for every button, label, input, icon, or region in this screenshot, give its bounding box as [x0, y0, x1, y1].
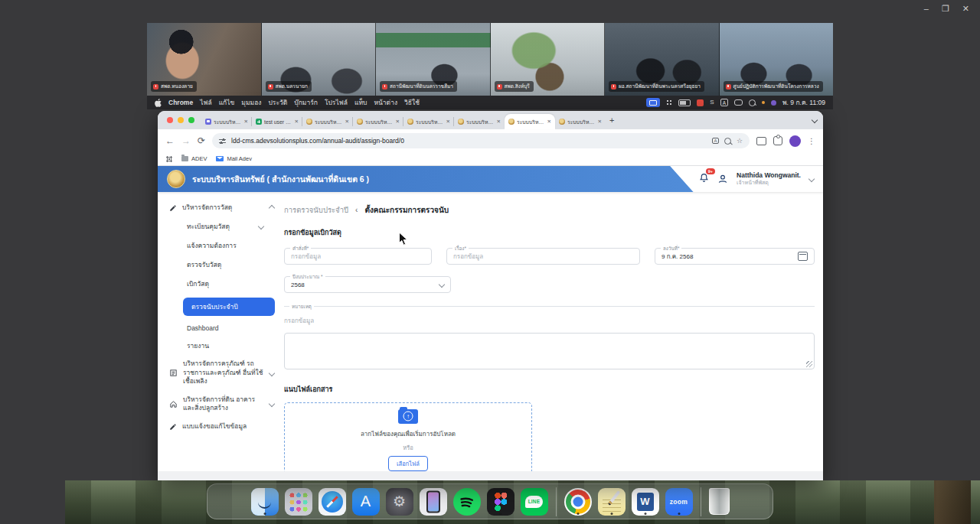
tab-close-icon[interactable]: ✕ [446, 119, 450, 125]
minimize-icon[interactable]: – [924, 4, 929, 14]
tab-close-icon[interactable]: ✕ [497, 119, 501, 125]
participant-video[interactable]: สถานีพัฒนาที่ดินนครราชสีมา [376, 23, 491, 96]
new-tab-button[interactable]: + [609, 116, 614, 125]
site-settings-icon[interactable] [219, 138, 226, 145]
mac-close-button[interactable] [167, 117, 173, 123]
menu-edit[interactable]: แก้ไข [219, 97, 235, 108]
reload-button[interactable]: ⟳ [198, 136, 205, 145]
menu-tab[interactable]: แท็บ [354, 97, 367, 108]
tab-close-icon[interactable]: ✕ [244, 119, 248, 125]
install-app-icon[interactable] [756, 137, 766, 145]
notifications-button[interactable]: 9+ [699, 172, 709, 186]
profile-avatar[interactable] [789, 135, 801, 147]
system-settings-icon[interactable] [386, 488, 413, 516]
menu-window[interactable]: หน้าต่าง [374, 97, 397, 108]
spotify-icon[interactable] [453, 488, 481, 516]
url-text[interactable]: ldd-cms.adevsolutionsplus.com/annual-aud… [231, 137, 707, 145]
order-no-field[interactable]: คำสั่งที่* กรอกข้อมูล [284, 248, 432, 265]
tab-close-icon[interactable]: ✕ [547, 119, 551, 125]
tray-s-icon[interactable]: S [710, 99, 714, 106]
participant-video[interactable]: ผอ.สถานีพัฒนาที่ดินพระนครศรีอยุธยา [605, 23, 720, 96]
note-field[interactable]: หมายเหตุ กรอกข้อมูล [284, 306, 815, 326]
breadcrumb-parent[interactable]: การตรวจนับประจำปี [284, 204, 348, 216]
sidebar-item-withdraw[interactable]: เบิกวัสดุ [169, 278, 274, 289]
participant-video[interactable]: สพด.นครนายก [262, 23, 377, 96]
user-icon[interactable] [717, 174, 728, 184]
user-menu[interactable]: Natthida Wongwanit. เจ้าหน้าที่พัสดุ [737, 171, 801, 186]
bookmark-mail-adev[interactable]: Mail Adev [216, 155, 252, 162]
menu-bookmarks[interactable]: บุ๊กมาร์ก [294, 97, 318, 108]
browser-tab[interactable]: ระบบบริหารสินทรัพย์ ✕ [353, 114, 403, 129]
apps-grid-icon[interactable] [166, 156, 172, 162]
chevron-down-icon[interactable] [808, 176, 815, 182]
file-dropzone[interactable]: ลากไฟล์ของคุณเพื่อเริ่มการอัปโหลด หรือ เ… [284, 402, 532, 477]
battery-icon[interactable] [678, 99, 691, 106]
resize-grip[interactable] [806, 361, 812, 367]
sidebar-item-data-correction[interactable]: แบบแจ้งขอแก้ไขข้อมูล [169, 422, 274, 431]
word-icon[interactable]: W [632, 488, 659, 516]
safari-icon[interactable] [318, 488, 346, 516]
fiscal-year-select[interactable]: ปีงบประมาณ * 2568 [284, 276, 451, 293]
browser-tab[interactable]: ระบบบริหารสินทรัพย์ ✕ [403, 114, 454, 129]
menu-view[interactable]: มุมมอง [241, 97, 261, 108]
date-field[interactable]: ลงวันที่* 9 ก.ค. 2568 [655, 248, 815, 265]
restore-icon[interactable]: ❐ [942, 4, 949, 14]
figma-icon[interactable] [487, 488, 514, 516]
mac-minimize-button[interactable] [178, 117, 184, 123]
subject-field[interactable]: เรื่อง* กรอกข้อมูล [446, 248, 640, 265]
sidebar-item-annual-audit-active[interactable]: ตรวจนับประจำปี [183, 298, 275, 316]
launchpad-icon[interactable] [285, 488, 312, 516]
translate-icon[interactable]: A [712, 138, 719, 144]
tray-orange-dot-icon[interactable] [762, 101, 765, 104]
back-button[interactable]: ← [165, 136, 175, 145]
tray-purple-dot-icon[interactable] [771, 100, 776, 106]
finder-icon[interactable] [251, 488, 279, 516]
browser-tab-active[interactable]: ระบบบริหารสินทรัพย์ ✕ [505, 114, 555, 129]
participant-video[interactable]: สพด.หนองคาย [147, 23, 262, 96]
zoom-icon[interactable]: zoom [665, 488, 693, 516]
line-icon[interactable]: LINE [521, 488, 548, 516]
tab-close-icon[interactable]: ✕ [396, 119, 400, 125]
app-store-icon[interactable] [352, 488, 380, 516]
sidebar-item-dashboard[interactable]: Dashboard [169, 324, 274, 332]
browser-tab[interactable]: ระบบบริหารสินทรัพย์ ✕ [454, 114, 505, 129]
close-icon[interactable]: ✕ [962, 4, 969, 14]
address-bar[interactable]: ldd-cms.adevsolutionsplus.com/annual-aud… [212, 133, 750, 148]
tab-close-icon[interactable]: ✕ [598, 119, 602, 125]
tab-close-icon[interactable]: ✕ [295, 119, 299, 125]
sidebar-item-request[interactable]: แจ้งความต้องการ [169, 240, 274, 251]
apple-icon[interactable] [155, 99, 162, 107]
tab-close-icon[interactable]: ✕ [345, 119, 349, 125]
tab-search-chevron-icon[interactable] [812, 117, 818, 124]
bookmark-folder-adev[interactable]: ADEV [181, 155, 207, 162]
participant-video[interactable]: สพด.สิงห์บุรี [491, 23, 606, 96]
bookmark-star-icon[interactable]: ☆ [737, 138, 743, 145]
browser-tab[interactable]: test user - Google ชีต ✕ [252, 114, 302, 129]
participant-video[interactable]: ศูนย์ปฏิบัติการพัฒนาที่ดินโครงการหลวง [720, 23, 834, 96]
screen-sharing-indicator-icon[interactable] [646, 98, 660, 107]
trash-icon[interactable] [709, 488, 730, 515]
menubar-clock[interactable]: พ. 9 ก.ค. 11:09 [782, 97, 825, 108]
browser-tab[interactable]: ระบบบริหารสินทรัพย์ ✕ [201, 114, 252, 129]
sidebar-item-material-register[interactable]: ทะเบียนคุมวัสดุ [169, 221, 274, 232]
sidebar-group-materials[interactable]: บริหารจัดการวัสดุ [169, 203, 274, 212]
sidebar-item-reports[interactable]: รายงาน [169, 340, 274, 351]
menu-profiles[interactable]: โปรไฟล์ [325, 97, 348, 108]
menu-history[interactable]: ประวัติ [268, 97, 287, 108]
breadcrumb-back-icon[interactable]: ‹ [355, 206, 358, 214]
note-textarea[interactable] [284, 333, 815, 369]
choose-file-button[interactable]: เลือกไฟล์ [388, 456, 428, 471]
sidebar-group-land-buildings[interactable]: บริหารจัดการที่ดิน อาคารและสิ่งปลูกสร้าง [169, 395, 274, 413]
mac-fullscreen-button[interactable] [188, 117, 194, 123]
browser-tab[interactable]: ระบบบริหารสินทรัพย์ ✕ [555, 114, 606, 129]
iphone-mirroring-icon[interactable] [420, 488, 447, 516]
menu-help[interactable]: วิธีใช้ [404, 97, 420, 108]
tray-grid-icon[interactable] [666, 99, 672, 106]
chrome-icon[interactable] [564, 488, 592, 516]
tray-link-icon[interactable] [734, 99, 743, 106]
browser-menu-icon[interactable]: ⋮ [808, 137, 815, 145]
input-source-icon[interactable]: A [720, 99, 728, 106]
spotlight-search-icon[interactable] [749, 99, 756, 106]
tray-red-app-icon[interactable] [697, 99, 704, 106]
sidebar-item-receive[interactable]: ตรวจรับวัสดุ [169, 259, 274, 270]
